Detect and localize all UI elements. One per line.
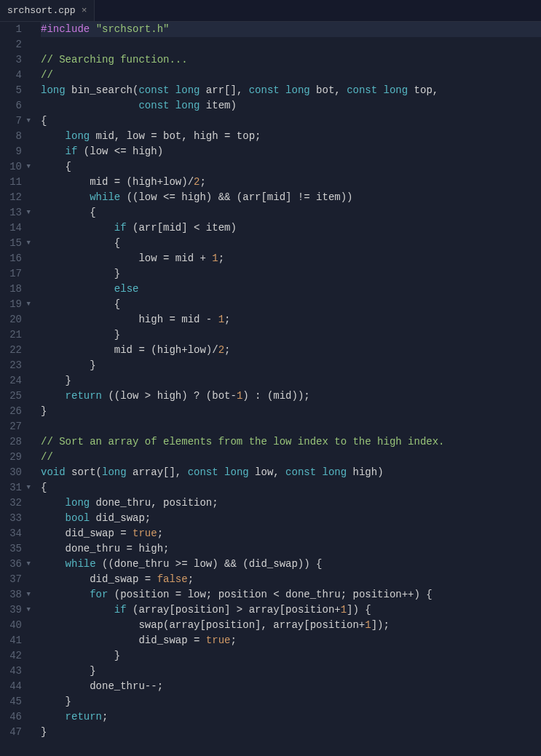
tab-bar: srchsort.cpp ×: [0, 0, 541, 22]
line-number: 37: [7, 572, 31, 587]
code-line: const long item): [41, 98, 541, 114]
line-number: 20: [7, 312, 31, 327]
code-line: low = mid + 1;: [41, 251, 541, 266]
code-line: }: [41, 694, 541, 709]
line-number: 35: [7, 541, 31, 557]
code-editor[interactable]: 1234567▼8910▼111213▼1415▼16171819▼202122…: [0, 22, 541, 740]
code-line: {: [41, 480, 541, 496]
line-number: 25: [7, 389, 31, 404]
code-line: while ((done_thru >= low) && (did_swap))…: [41, 557, 541, 572]
code-line: if (low <= high): [41, 144, 541, 159]
code-line: swap(array[position], array[position+1])…: [41, 618, 541, 633]
line-number: 7▼: [7, 114, 31, 129]
fold-icon[interactable]: ▼: [23, 297, 31, 312]
fold-icon[interactable]: ▼: [23, 205, 31, 220]
line-number: 42: [7, 648, 31, 664]
code-line: //: [41, 68, 541, 83]
code-line: long bin_search(const long arr[], const …: [41, 83, 541, 98]
code-line: }: [41, 327, 541, 343]
code-line: }: [41, 358, 541, 373]
code-line: }: [41, 404, 541, 419]
code-line: else: [41, 282, 541, 297]
code-line: [41, 419, 541, 434]
line-number: 22: [7, 343, 31, 358]
line-number: 41: [7, 633, 31, 648]
code-line: mid = (high+low)/2;: [41, 175, 541, 190]
code-line: return ((low > high) ? (bot-1) : (mid));: [41, 389, 541, 404]
line-number: 29: [7, 450, 31, 465]
code-line: did_swap = false;: [41, 572, 541, 587]
line-number: 19▼: [7, 297, 31, 312]
code-line: mid = (high+low)/2;: [41, 343, 541, 358]
line-number: 10▼: [7, 159, 31, 175]
code-line: did_swap = true;: [41, 526, 541, 541]
code-line: // Searching function...: [41, 52, 541, 68]
fold-icon[interactable]: ▼: [23, 587, 31, 602]
fold-icon[interactable]: ▼: [23, 114, 31, 129]
line-number: 32: [7, 496, 31, 511]
line-number: 2: [7, 37, 31, 52]
code-line: did_swap = true;: [41, 633, 541, 648]
code-line: for (position = low; position < done_thr…: [41, 587, 541, 602]
line-number: 28: [7, 434, 31, 450]
code-line: long done_thru, position;: [41, 496, 541, 511]
line-number: 43: [7, 664, 31, 679]
line-number: 44: [7, 679, 31, 694]
line-number: 33: [7, 511, 31, 526]
line-number: 24: [7, 373, 31, 389]
code-area[interactable]: #include "srchsort.h"// Searching functi…: [35, 22, 541, 740]
line-number: 26: [7, 404, 31, 419]
code-line: return;: [41, 709, 541, 725]
code-line: {: [41, 159, 541, 175]
line-number: 31▼: [7, 480, 31, 496]
line-number: 46: [7, 709, 31, 725]
line-number-gutter: 1234567▼8910▼111213▼1415▼16171819▼202122…: [0, 22, 35, 740]
code-line: done_thru = high;: [41, 541, 541, 557]
fold-icon[interactable]: ▼: [23, 602, 31, 618]
line-number: 11: [7, 175, 31, 190]
line-number: 45: [7, 694, 31, 709]
fold-icon[interactable]: ▼: [23, 480, 31, 496]
code-line: // Sort an array of elements from the lo…: [41, 434, 541, 450]
code-line: if (arr[mid] < item): [41, 220, 541, 236]
code-line: }: [41, 725, 541, 740]
code-line: {: [41, 205, 541, 220]
line-number: 12: [7, 190, 31, 205]
line-number: 36▼: [7, 557, 31, 572]
code-line: if (array[position] > array[position+1])…: [41, 602, 541, 618]
code-line: }: [41, 266, 541, 282]
line-number: 13▼: [7, 205, 31, 220]
line-number: 23: [7, 358, 31, 373]
code-line: while ((low <= high) && (arr[mid] != ite…: [41, 190, 541, 205]
code-line: done_thru--;: [41, 679, 541, 694]
line-number: 3: [7, 52, 31, 68]
code-line: {: [41, 236, 541, 251]
line-number: 40: [7, 618, 31, 633]
code-line: }: [41, 648, 541, 664]
code-line: long mid, low = bot, high = top;: [41, 129, 541, 144]
code-line: }: [41, 373, 541, 389]
line-number: 38▼: [7, 587, 31, 602]
fold-icon[interactable]: ▼: [23, 159, 31, 175]
line-number: 8: [7, 129, 31, 144]
line-number: 15▼: [7, 236, 31, 251]
code-line: high = mid - 1;: [41, 312, 541, 327]
file-tab[interactable]: srchsort.cpp ×: [0, 0, 95, 21]
line-number: 16: [7, 251, 31, 266]
code-line: [41, 37, 541, 52]
line-number: 17: [7, 266, 31, 282]
code-line: //: [41, 450, 541, 465]
line-number: 14: [7, 220, 31, 236]
line-number: 4: [7, 68, 31, 83]
fold-icon[interactable]: ▼: [23, 557, 31, 572]
fold-icon[interactable]: ▼: [23, 236, 31, 251]
code-line: {: [41, 297, 541, 312]
line-number: 6: [7, 98, 31, 114]
line-number: 47: [7, 725, 31, 740]
code-line: {: [41, 114, 541, 129]
line-number: 9: [7, 144, 31, 159]
line-number: 27: [7, 419, 31, 434]
line-number: 5: [7, 83, 31, 98]
tab-filename: srchsort.cpp: [7, 5, 76, 16]
close-icon[interactable]: ×: [82, 5, 87, 16]
